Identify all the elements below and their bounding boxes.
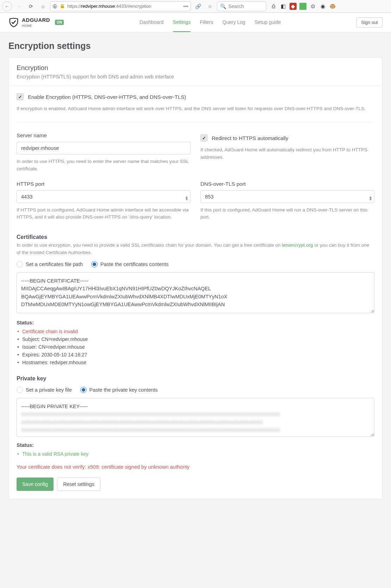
- dot-port-spinner[interactable]: ▲▼: [369, 195, 372, 200]
- save-config-button[interactable]: Save config: [17, 478, 54, 491]
- cert-status-hostnames: Hostnames: redviper.mhouse: [17, 359, 374, 366]
- home-button[interactable]: ⌂: [38, 1, 48, 11]
- sidebar-icon[interactable]: ◧: [280, 3, 287, 10]
- cert-status-list: Certificate chain is invalid Subject: CN…: [17, 328, 374, 366]
- redirect-https-help: If checked, AdGuard Home will automatica…: [200, 146, 374, 161]
- extension-monkey-icon[interactable]: 🐵: [329, 3, 336, 10]
- cert-verify-error: Your certificate does not verify: x509: …: [17, 464, 374, 470]
- card-subtitle: Encryption (HTTPS/TLS) support for both …: [17, 74, 374, 80]
- cert-status-issuer: Issuer: CN=redviper.mhouse: [17, 343, 374, 351]
- page-title: Encryption settings: [8, 41, 383, 51]
- cert-textarea[interactable]: -----BEGIN CERTIFICATE----- MIIDAjCCAeqg…: [17, 272, 374, 313]
- nav-querylog[interactable]: Query Log: [222, 13, 245, 32]
- forward-button: →: [14, 1, 24, 11]
- app-header: ADGUARD HOME ON Dashboard Settings Filte…: [0, 13, 391, 32]
- back-button[interactable]: ←: [2, 1, 12, 11]
- server-name-help: In order to use HTTPS, you need to enter…: [17, 158, 191, 172]
- redirect-https-label: Redirect to HTTPS automatically: [212, 135, 288, 141]
- link-icon[interactable]: 🔗: [193, 1, 203, 11]
- pkey-radio-paste[interactable]: Paste the private key contents: [80, 387, 158, 393]
- main-nav: Dashboard Settings Filters Query Log Set…: [139, 13, 281, 32]
- cert-radio-path[interactable]: Set a certificates file path: [17, 261, 83, 267]
- account-icon[interactable]: ◉: [319, 3, 326, 10]
- bookmark-star-icon[interactable]: ☆: [205, 1, 215, 11]
- brand-bottom: HOME: [22, 24, 32, 27]
- search-bar[interactable]: 🔍 Search: [217, 1, 266, 11]
- pkey-status-ok: This is a valid RSA private key: [17, 450, 374, 458]
- extension-green-icon[interactable]: [299, 3, 306, 10]
- reset-settings-button[interactable]: Reset settings: [57, 478, 100, 491]
- lock-warning-icon: [60, 4, 65, 9]
- nav-dashboard[interactable]: Dashboard: [139, 13, 164, 32]
- encryption-card: Encryption Encryption (HTTPS/TLS) suppor…: [8, 57, 383, 499]
- shield-icon: 🛈: [52, 4, 57, 9]
- dot-port-help: If this port is configured, AdGuard Home…: [200, 207, 374, 221]
- adguard-shield-icon: [8, 17, 19, 28]
- certs-help: In order to use encryption, you need to …: [17, 242, 374, 256]
- browser-toolbar: ← → ⟳ ⌂ 🛈 https://redviper.mhouse:4433/#…: [0, 0, 391, 13]
- certs-title: Certificates: [17, 234, 374, 240]
- server-name-input[interactable]: [17, 142, 191, 154]
- https-port-input[interactable]: [17, 190, 191, 203]
- cert-radio-paste[interactable]: Paste the certificates contents: [91, 261, 168, 267]
- nav-setupguide[interactable]: Setup guide: [255, 13, 281, 32]
- pkey-textarea[interactable]: -----BEGIN PRIVATE KEY----- XXXXXXXXXXXX…: [17, 398, 374, 437]
- page-actions-icon[interactable]: •••: [183, 4, 188, 9]
- reload-button[interactable]: ⟳: [26, 1, 36, 11]
- url-bar[interactable]: 🛈 https://redviper.mhouse:4433/#encrypti…: [50, 1, 191, 11]
- card-title: Encryption: [17, 64, 374, 72]
- library-icon[interactable]: ⎙: [270, 3, 277, 10]
- ublock-icon[interactable]: ◆: [290, 3, 297, 10]
- extension-icon-1[interactable]: ⊙: [309, 3, 316, 10]
- enable-encryption-checkbox[interactable]: [17, 93, 24, 100]
- cert-status-invalid: Certificate chain is invalid: [17, 328, 374, 335]
- search-placeholder: Search: [228, 4, 244, 9]
- brand-top: ADGUARD: [22, 17, 50, 23]
- pkey-radio-path[interactable]: Set a private key file: [17, 387, 72, 393]
- signout-button[interactable]: Sign out: [356, 17, 383, 27]
- server-name-label: Server name: [17, 132, 191, 138]
- cert-status-label: Status:: [17, 320, 374, 325]
- enable-encryption-help: If encryption is enabled, AdGuard Home a…: [17, 105, 374, 112]
- pkey-status-label: Status:: [17, 442, 374, 448]
- https-port-help: If HTTPS port is configured, AdGuard Hom…: [17, 207, 191, 221]
- letsencrypt-link[interactable]: letsencrypt.org: [282, 242, 313, 248]
- divider: [17, 122, 374, 122]
- nav-settings[interactable]: Settings: [173, 13, 191, 32]
- on-badge: ON: [55, 20, 64, 25]
- pkey-title: Private key: [17, 375, 374, 382]
- enable-encryption-label: Enable Encryption (HTTPS, DNS-over-HTTPS…: [28, 94, 186, 100]
- dot-port-label: DNS-over-TLS port: [200, 181, 374, 187]
- search-icon: 🔍: [220, 4, 226, 9]
- browser-extensions: ⎙ ◧ ◆ ⊙ ◉ 🐵: [270, 3, 336, 10]
- nav-filters[interactable]: Filters: [200, 13, 213, 32]
- logo[interactable]: ADGUARD HOME ON: [8, 17, 64, 28]
- https-port-label: HTTPS port: [17, 181, 191, 187]
- https-port-spinner[interactable]: ▲▼: [185, 195, 188, 200]
- cert-status-expires: Expires: 2030-05-10 14:16:27: [17, 351, 374, 359]
- dot-port-input[interactable]: [200, 190, 374, 203]
- redirect-https-checkbox[interactable]: [200, 134, 207, 141]
- url-text: https://redviper.mhouse:4433/#encryption: [67, 4, 151, 9]
- pkey-status-list: This is a valid RSA private key: [17, 450, 374, 458]
- cert-status-subject: Subject: CN=redviper.mhouse: [17, 335, 374, 343]
